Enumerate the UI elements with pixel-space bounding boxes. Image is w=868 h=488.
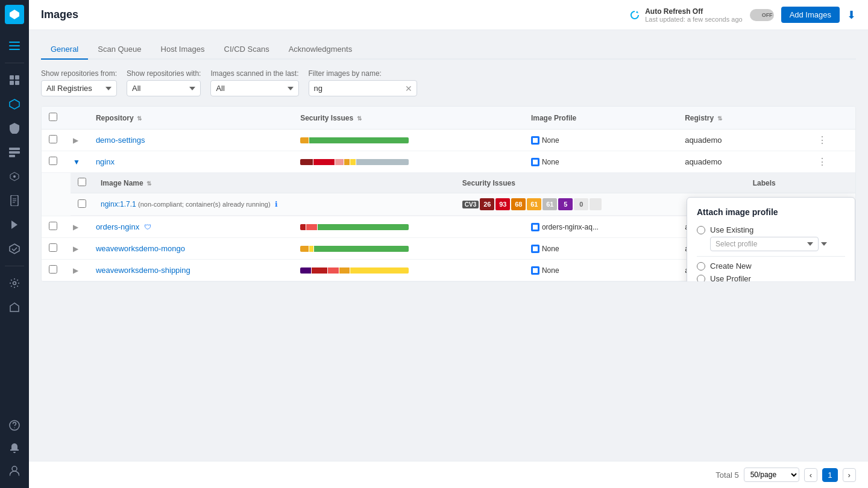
svg-point-10 <box>13 175 16 178</box>
sort-registry-icon[interactable]: ⇅ <box>717 115 722 122</box>
checkbox-mongo[interactable] <box>49 243 57 252</box>
sub-td-check[interactable] <box>71 193 93 216</box>
sidebar-item-integrations[interactable] <box>4 296 25 318</box>
td-name-mongo: weaveworksdemo-mongo <box>89 238 293 260</box>
sort-repository-icon[interactable]: ⇅ <box>137 115 142 122</box>
vuln-neg: 61 <box>542 198 557 210</box>
checkbox-nginx[interactable] <box>49 157 57 165</box>
td-expand-shipping[interactable]: ▶ <box>64 260 89 281</box>
sub-th-check[interactable] <box>71 173 93 193</box>
expand-nginx[interactable]: ▼ <box>72 157 81 167</box>
td-checkbox-shipping[interactable] <box>42 260 64 281</box>
link-orders-nginx[interactable]: orders-nginx <box>96 222 139 231</box>
seg-1 <box>300 137 309 143</box>
th-select-all[interactable] <box>42 107 64 130</box>
tab-scan-queue[interactable]: Scan Queue <box>88 40 151 60</box>
secbar-shipping <box>300 267 409 274</box>
sub-sort-name[interactable]: ⇅ <box>146 180 151 187</box>
filter-by-name-input[interactable] <box>309 80 417 96</box>
pagination-next-button[interactable]: › <box>843 468 856 482</box>
sub-checkbox-all[interactable] <box>78 178 86 186</box>
sidebar-item-cicd[interactable] <box>4 238 25 260</box>
radio-use-existing[interactable]: Use Existing <box>697 225 845 234</box>
td-checkbox-orders[interactable] <box>42 216 64 238</box>
checkbox-orders-nginx[interactable] <box>49 222 57 230</box>
tab-acknowledgments[interactable]: Acknowledgments <box>279 40 362 60</box>
seg-s5 <box>350 267 409 274</box>
tab-cicd-scans[interactable]: CI/CD Scans <box>215 40 279 60</box>
svg-point-15 <box>12 466 17 471</box>
td-checkbox-mongo[interactable] <box>42 238 64 260</box>
sidebar-item-images[interactable] <box>4 93 25 115</box>
radio-use-profiler-input[interactable] <box>697 275 705 283</box>
sidebar-item-settings[interactable] <box>4 272 25 294</box>
td-expand-mongo[interactable]: ▶ <box>64 238 89 260</box>
sidebar-item-runtime[interactable] <box>4 214 25 236</box>
seg-s3 <box>328 267 339 274</box>
auto-refresh-toggle[interactable]: OFF <box>750 9 774 21</box>
image-name-link[interactable]: nginx:1.7.1 <box>101 200 136 208</box>
pagination-prev-button[interactable]: ‹ <box>804 468 817 482</box>
th-image-profile: Image Profile <box>524 107 678 130</box>
expand-orders-nginx[interactable]: ▶ <box>72 222 80 233</box>
sidebar-item-notifications[interactable] <box>4 437 25 459</box>
select-all-checkbox[interactable] <box>49 113 57 121</box>
sub-checkbox-nginx171[interactable] <box>78 199 86 208</box>
seg-o1 <box>300 224 306 230</box>
td-expand-nginx[interactable]: ▼ <box>64 151 89 173</box>
filter-clear-icon[interactable]: ✕ <box>405 84 412 93</box>
profile-text-mongo: None <box>542 245 559 253</box>
link-shipping[interactable]: weaveworksdemo-shipping <box>96 266 190 275</box>
td-actions-nginx[interactable]: ⋮ <box>810 151 855 173</box>
pagination-page-1[interactable]: 1 <box>822 468 837 482</box>
seg-m2 <box>309 246 313 252</box>
sidebar-item-compliance[interactable] <box>4 190 25 211</box>
expand-demo-settings[interactable]: ▶ <box>72 135 80 146</box>
svg-rect-9 <box>9 155 15 157</box>
sidebar-item-infrastructure[interactable] <box>4 166 25 187</box>
sidebar-item-workloads[interactable] <box>4 142 25 163</box>
radio-create-new-input[interactable] <box>697 262 705 271</box>
filter-scanned-select[interactable]: All <box>210 80 298 96</box>
sidebar-item-help[interactable] <box>4 414 25 436</box>
tab-host-images[interactable]: Host Images <box>151 40 215 60</box>
info-icon: ℹ <box>275 200 278 208</box>
filter-show-with-select[interactable]: All <box>127 80 201 96</box>
radio-use-existing-input[interactable] <box>697 226 705 234</box>
link-mongo[interactable]: weaveworksdemo-mongo <box>96 244 185 253</box>
expand-shipping[interactable]: ▶ <box>72 265 80 276</box>
svg-point-12 <box>13 282 16 285</box>
td-expand-orders[interactable]: ▶ <box>64 216 89 238</box>
download-icon[interactable]: ⬇ <box>847 8 856 22</box>
sidebar-item-vulnerabilities[interactable] <box>4 117 25 139</box>
filter-by-name: Filter images by name: ✕ <box>309 69 417 96</box>
profile-select-dropdown[interactable]: Select profile <box>710 237 819 251</box>
sidebar-item-user[interactable] <box>4 460 25 482</box>
link-demo-settings[interactable]: demo-settings <box>96 136 145 145</box>
tab-general[interactable]: General <box>41 40 88 60</box>
sort-security-icon[interactable]: ⇅ <box>357 115 362 122</box>
radio-create-new-label: Create New <box>710 261 752 271</box>
td-actions-demo[interactable]: ⋮ <box>810 130 855 151</box>
td-expand-demo[interactable]: ▶ <box>64 130 89 151</box>
add-images-button[interactable]: Add Images <box>781 7 840 23</box>
td-security-shipping <box>293 260 524 281</box>
td-checkbox-nginx[interactable] <box>42 151 64 173</box>
sidebar-item-menu[interactable] <box>4 35 25 57</box>
svg-rect-0 <box>9 42 20 43</box>
radio-create-new[interactable]: Create New <box>697 261 845 271</box>
checkbox-demo-settings[interactable] <box>49 135 57 143</box>
radio-use-profiler[interactable]: Use Profiler <box>697 274 845 282</box>
pagination-per-page-select[interactable]: 50/page <box>744 468 799 482</box>
secbar-demo-settings <box>300 137 409 143</box>
profile-text-orders: orders-nginx-aq... <box>542 223 599 231</box>
expand-mongo[interactable]: ▶ <box>72 243 80 254</box>
actions-menu-nginx[interactable]: ⋮ <box>817 156 827 167</box>
sidebar-item-dashboard[interactable] <box>4 69 25 91</box>
link-nginx[interactable]: nginx <box>96 157 115 166</box>
td-checkbox-demo[interactable] <box>42 130 64 151</box>
actions-menu-demo[interactable]: ⋮ <box>817 134 827 146</box>
svg-rect-2 <box>9 49 20 50</box>
filter-show-from-select[interactable]: All Registries <box>41 80 117 96</box>
checkbox-shipping[interactable] <box>49 265 57 274</box>
